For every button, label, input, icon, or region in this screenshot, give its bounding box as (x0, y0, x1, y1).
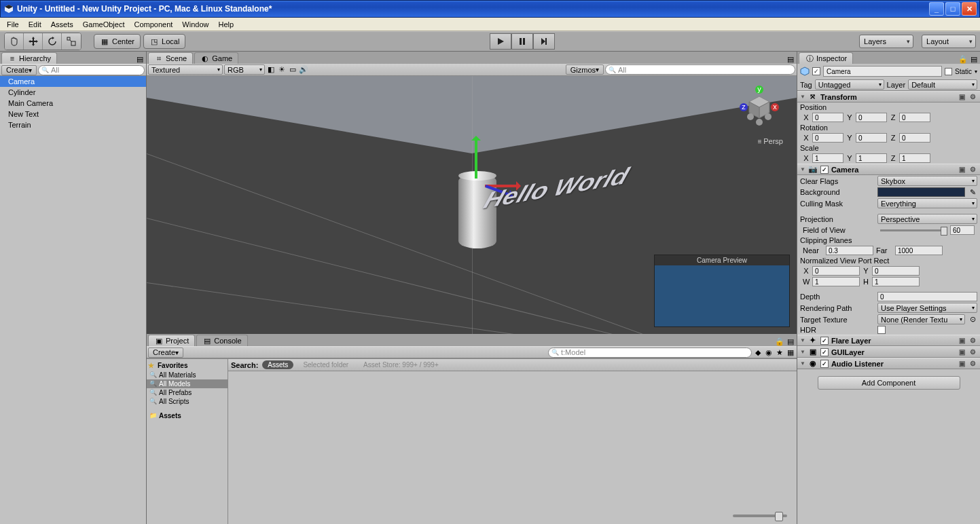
pause-button[interactable] (511, 33, 533, 50)
scene-fx-toggle[interactable]: ▭ (288, 65, 297, 75)
scene-search[interactable]: All (605, 64, 795, 75)
background-color[interactable] (877, 187, 965, 197)
vp-y[interactable] (872, 266, 920, 276)
hierarchy-item[interactable]: Main Camera (0, 98, 146, 109)
scene-shading-dropdown[interactable]: Textured (148, 64, 223, 75)
gui-enabled-checkbox[interactable]: ✓ (820, 348, 829, 356)
hierarchy-item[interactable]: Camera (0, 76, 146, 87)
projection-dropdown[interactable]: Perspective (877, 214, 977, 224)
scale-x[interactable] (812, 153, 843, 163)
step-button[interactable] (533, 33, 555, 50)
maximize-button[interactable]: □ (945, 2, 960, 16)
project-create-button[interactable]: Create ▾ (148, 348, 183, 358)
pos-x[interactable] (812, 113, 843, 122)
help-icon[interactable]: ▣ (957, 359, 966, 369)
fov-value[interactable] (950, 225, 975, 235)
active-checkbox[interactable]: ✓ (812, 67, 820, 75)
menu-assets[interactable]: Assets (47, 19, 77, 30)
gizmo-y-axis[interactable] (475, 138, 477, 179)
help-icon[interactable]: ▣ (957, 92, 966, 102)
camera-enabled-checkbox[interactable]: ✓ (820, 166, 829, 174)
scale-tool[interactable] (62, 33, 81, 50)
menu-window[interactable]: Window (178, 19, 213, 30)
panel-menu-icon[interactable]: ▤ (135, 54, 145, 64)
search-type-icon[interactable]: ◉ (764, 348, 774, 357)
scene-rendermode-dropdown[interactable]: RGB (224, 64, 265, 75)
scene-light-toggle[interactable]: ☀ (277, 65, 287, 75)
guilayer-header[interactable]: ▣✓GUILayer▣⚙ (797, 346, 980, 358)
scene-view[interactable]: Hello World x z y ≡ Persp Camera Preview (147, 76, 797, 334)
scene-audio-toggle[interactable]: 🔊 (299, 65, 308, 75)
game-tab[interactable]: ◐Game (194, 52, 238, 64)
hierarchy-create-button[interactable]: Create ▾ (1, 65, 37, 75)
hierarchy-item[interactable]: Terrain (0, 119, 146, 130)
rot-z[interactable] (899, 133, 930, 143)
scale-y[interactable] (856, 153, 887, 163)
project-content[interactable]: Search: Assets Selected folder Asset Sto… (228, 359, 797, 524)
pivot-local-toggle[interactable]: ◳ Local (143, 34, 185, 49)
eyedropper-icon[interactable]: ✎ (968, 187, 977, 197)
menu-component[interactable]: Component (130, 19, 177, 30)
assets-folder[interactable]: Assets (147, 411, 228, 420)
help-icon[interactable]: ▣ (957, 336, 966, 345)
rendering-path-dropdown[interactable]: Use Player Settings (877, 303, 977, 313)
search-scope-assets[interactable]: Assets (262, 360, 293, 369)
fov-slider[interactable] (880, 229, 947, 231)
menu-help[interactable]: Help (214, 19, 238, 30)
far-clip[interactable] (895, 246, 943, 255)
layer-dropdown[interactable]: Default (908, 79, 977, 90)
audio-listener-header[interactable]: ◉✓Audio Listener▣⚙ (797, 358, 980, 369)
gear-icon[interactable]: ⚙ (968, 348, 977, 357)
favorite-item[interactable]: All Models (147, 379, 228, 388)
pos-z[interactable] (899, 113, 930, 122)
vp-w[interactable] (812, 277, 860, 286)
rot-y[interactable] (856, 133, 887, 143)
audio-enabled-checkbox[interactable]: ✓ (820, 360, 829, 368)
gear-icon[interactable]: ⚙ (968, 359, 977, 369)
orientation-gizmo[interactable]: x z y (736, 83, 783, 130)
scale-z[interactable] (899, 153, 930, 163)
lock-icon[interactable]: 🔒 (958, 54, 968, 64)
inspector-tab[interactable]: ⓘInspector (799, 52, 853, 64)
hierarchy-item[interactable]: Cylinder (0, 87, 146, 98)
gear-icon[interactable]: ⚙ (968, 165, 977, 174)
search-scope-store[interactable]: Asset Store: 999+ / 999+ (358, 360, 444, 369)
tag-dropdown[interactable]: Untagged (815, 79, 884, 90)
search-layout-icon[interactable]: ▦ (786, 348, 795, 357)
layout-dropdown[interactable]: Layout (922, 35, 976, 48)
play-button[interactable] (490, 33, 511, 50)
menu-edit[interactable]: Edit (24, 19, 46, 30)
favorite-item[interactable]: All Materials (147, 371, 228, 379)
search-scope-folder[interactable]: Selected folder (297, 360, 354, 369)
depth-field[interactable] (877, 292, 977, 301)
gameobject-name-field[interactable] (823, 66, 942, 77)
help-icon[interactable]: ▣ (957, 165, 966, 174)
search-filter-icon[interactable]: ◆ (753, 348, 763, 357)
gear-icon[interactable]: ⚙ (968, 92, 977, 102)
object-picker-icon[interactable]: ⊙ (968, 315, 977, 324)
menu-file[interactable]: File (3, 19, 23, 30)
help-icon[interactable]: ▣ (957, 348, 966, 357)
search-save-icon[interactable]: ★ (775, 348, 784, 357)
hierarchy-item[interactable]: New Text (0, 109, 146, 119)
hdr-checkbox[interactable] (877, 326, 886, 334)
camera-component-header[interactable]: 📷 ✓ Camera ▣⚙ (797, 164, 980, 175)
clear-flags-dropdown[interactable]: Skybox (877, 176, 977, 186)
pos-y[interactable] (856, 113, 887, 122)
gizmos-dropdown[interactable]: Gizmos ▾ (566, 64, 604, 75)
move-tool[interactable] (24, 33, 43, 50)
static-checkbox[interactable] (945, 68, 952, 75)
icon-size-slider[interactable] (733, 514, 787, 517)
panel-menu-icon[interactable]: ▤ (786, 54, 795, 64)
lock-icon[interactable]: 🔒 (775, 337, 784, 346)
hierarchy-search[interactable]: All (38, 65, 145, 75)
menu-gameobject[interactable]: GameObject (79, 19, 129, 30)
hierarchy-tab[interactable]: ≡ Hierarchy (1, 52, 57, 64)
scene-tab[interactable]: ⌗Scene (148, 52, 193, 64)
flare-layer-header[interactable]: ✦✓Flare Layer▣⚙ (797, 335, 980, 346)
favorite-item[interactable]: All Prefabs (147, 388, 228, 397)
console-tab[interactable]: ▤Console (196, 335, 247, 346)
pivot-center-toggle[interactable]: ▦ Center (94, 34, 141, 49)
culling-mask-dropdown[interactable]: Everything (877, 198, 977, 208)
minimize-button[interactable]: _ (929, 2, 944, 16)
